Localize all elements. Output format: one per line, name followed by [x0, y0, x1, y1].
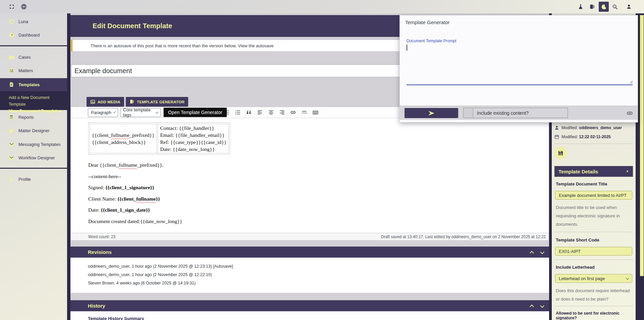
- send-prompt-button[interactable]: [405, 108, 458, 118]
- link-icon[interactable]: [289, 108, 297, 116]
- revisions-panel: Revisions oddineers_demo_user, 1 hour ag…: [70, 247, 549, 293]
- toolbar-toggle-icon[interactable]: [300, 108, 308, 116]
- sidebar-item-dashboard[interactable]: Dashboard: [0, 29, 67, 41]
- autosave-notice-text: There is an autosave of this post that i…: [91, 43, 237, 48]
- user-icon[interactable]: [623, 0, 635, 13]
- template-generator-panel: Template Generator Document Template Pro…: [399, 15, 638, 122]
- sidebar-item-label: Matter Designer: [18, 128, 49, 133]
- sidebar-divider: [0, 168, 67, 169]
- template-generator-button[interactable]: TEMPLATE GENERATOR: [126, 97, 188, 107]
- sidebar-item-messaging-templates[interactable]: Messaging Templates: [0, 138, 67, 150]
- doc-title-label: Template Document Title: [556, 181, 633, 186]
- link-icon[interactable]: [626, 110, 633, 117]
- esign-label: Allowed to be sent for electronic signat…: [556, 311, 633, 320]
- sidebar-item-reports[interactable]: Reports: [0, 111, 67, 123]
- save-button[interactable]: [554, 147, 567, 159]
- core-template-tags-select[interactable]: Core template tags: [120, 108, 161, 117]
- doc-title-input[interactable]: [555, 191, 632, 200]
- open-template-generator-tooltip: Open Template Generator: [164, 108, 227, 117]
- editor-content[interactable]: {{client_fullname_prefixed}}{{client_add…: [71, 118, 549, 233]
- chevron-down-icon: [113, 111, 116, 113]
- include-existing-content-checkbox[interactable]: Include existing content?: [463, 108, 568, 118]
- sidebar-item-label: Dashboard: [18, 33, 40, 38]
- blockquote-icon[interactable]: [245, 108, 253, 116]
- gauge-icon: [9, 32, 14, 38]
- sidebar-item-matter-designer[interactable]: Matter Designer: [0, 124, 67, 137]
- align-left-icon[interactable]: [256, 108, 264, 116]
- page-scrollbar[interactable]: [640, 15, 644, 276]
- resize-handle-icon[interactable]: [629, 80, 633, 84]
- align-center-icon[interactable]: [267, 108, 275, 116]
- add-media-button[interactable]: ADD MEDIA: [87, 97, 124, 107]
- submenu-add-new-document-template[interactable]: Add a New Document Template: [9, 94, 67, 108]
- search-icon[interactable]: [609, 0, 621, 13]
- sidebar-item-templates[interactable]: Templates: [0, 78, 67, 91]
- divider: [554, 144, 633, 144]
- folder-icon: [9, 54, 14, 60]
- history-header[interactable]: History: [70, 300, 549, 311]
- ring-icon: [9, 19, 14, 24]
- editor: Paragraph Core template tags Open Templa…: [70, 107, 549, 240]
- keyboard-icon[interactable]: [311, 108, 319, 116]
- template-tags-table: {{client_fullname_prefixed}}{{client_add…: [88, 122, 230, 155]
- editor-statusbar: Word count: 23 Draft saved at 13:40:17. …: [71, 233, 549, 240]
- revisions-title: Revisions: [88, 249, 112, 255]
- revision-row[interactable]: oddineers_demo_user, 1 hour ago (2 Novem…: [88, 271, 549, 279]
- revision-row[interactable]: Steven Brown, 4 weeks ago (6 October 202…: [88, 279, 549, 287]
- history-body: Template History Summary: [70, 311, 549, 320]
- template-details-header[interactable]: Template Details ▼: [554, 166, 633, 177]
- flask-icon[interactable]: [575, 0, 586, 13]
- shortcode-input[interactable]: [555, 247, 632, 256]
- sidebar-item-cases[interactable]: Cases: [0, 51, 67, 63]
- envelope-icon: [9, 155, 14, 161]
- id-card-icon: [9, 68, 14, 73]
- pen-square-icon: [9, 128, 14, 134]
- generator-footer: Include existing content?: [400, 106, 638, 120]
- collapse-icon[interactable]: [540, 250, 544, 254]
- text-caret: [407, 45, 407, 51]
- user-icon: [554, 125, 559, 130]
- paragraph-format-select[interactable]: Paragraph: [88, 108, 118, 117]
- media-icon: [90, 99, 95, 104]
- checkbox-box[interactable]: [464, 108, 473, 118]
- move-up-icon[interactable]: [530, 305, 534, 309]
- history-summary-link[interactable]: Template History Summary: [88, 316, 549, 320]
- reader-icon[interactable]: [586, 0, 598, 13]
- revision-row[interactable]: oddineers_demo_user, 1 hour ago (2 Novem…: [88, 262, 549, 271]
- letterhead-label: Include Letterhead: [556, 265, 633, 270]
- page-title: Edit Document Template: [93, 22, 172, 30]
- top-admin-bar: [0, 0, 644, 13]
- prompt-textarea[interactable]: [407, 44, 633, 85]
- letterhead-select[interactable]: Letterhead on first page: [555, 274, 632, 283]
- sidebar-item-workflow-designer[interactable]: Workflow Designer: [0, 152, 67, 164]
- move-up-icon[interactable]: [530, 251, 534, 255]
- media-button-row: ADD MEDIA TEMPLATE GENERATOR: [87, 97, 188, 107]
- sidebar-item-profile[interactable]: Profile: [0, 173, 67, 185]
- fullscreen-icon[interactable]: [6, 0, 17, 13]
- template-details-title: Template Details: [558, 169, 598, 174]
- user-icon: [9, 176, 14, 182]
- moon-icon[interactable]: [599, 2, 609, 12]
- word-count: Word count: 23: [88, 234, 115, 239]
- modified-date: 12:22 02-11-2025: [579, 135, 611, 139]
- modified-by-user: oddineers_demo_user: [579, 125, 622, 130]
- sidebar-item-label: Matters: [18, 68, 33, 73]
- editor-paragraphs: Dear {{client_fullname_prefixed}},--cont…: [88, 162, 549, 225]
- list-ol-icon[interactable]: 123: [234, 108, 242, 116]
- sidebar-item-label: Workflow Designer: [18, 155, 55, 160]
- envelope-icon: [9, 142, 14, 147]
- page-body: Luna Dashboard Cases Matters Templates A…: [0, 13, 644, 320]
- sidebar-item-matters[interactable]: Matters: [0, 64, 67, 76]
- view-autosave-link[interactable]: View the autosave: [238, 43, 274, 48]
- add-media-label: ADD MEDIA: [98, 100, 120, 104]
- sidebar-item-luna[interactable]: Luna: [0, 15, 67, 28]
- align-right-icon[interactable]: [278, 108, 286, 116]
- sidebar-item-label: Profile: [18, 177, 31, 182]
- globe-icon[interactable]: [18, 0, 30, 13]
- divider: [554, 260, 633, 260]
- shortcode-label: Template Short Code: [556, 237, 633, 243]
- revisions-header[interactable]: Revisions: [70, 247, 549, 258]
- collapse-triangle-icon[interactable]: ▼: [626, 170, 629, 173]
- collapse-icon[interactable]: [540, 304, 544, 308]
- history-title: History: [88, 303, 105, 309]
